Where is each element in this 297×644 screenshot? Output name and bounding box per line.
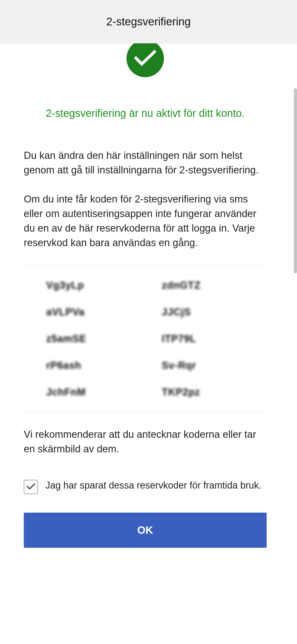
recommend-text: Vi rekommenderar att du antecknar kodern… bbox=[24, 427, 267, 456]
success-check-badge bbox=[126, 43, 164, 77]
backup-codes-section: Vg3yLp aVLPVa z5amSE rP6ash JchFnM zdnGT… bbox=[24, 265, 267, 413]
main-content: 2-stegsverifiering är nu aktivt för ditt… bbox=[0, 43, 290, 561]
backup-code: TKP2pz bbox=[162, 387, 259, 398]
info-paragraph-2: Om du inte får koden för 2-stegsverifier… bbox=[24, 192, 267, 250]
checkbox-check-icon bbox=[26, 483, 35, 491]
backup-code: z5amSE bbox=[46, 333, 143, 344]
backup-code: aVLPVa bbox=[46, 306, 143, 318]
info-paragraph-1: Du kan ändra den här inställningen när s… bbox=[24, 148, 267, 177]
codes-column-left: Vg3yLp aVLPVa z5amSE rP6ash JchFnM bbox=[32, 280, 143, 398]
backup-code: JJCjS bbox=[162, 306, 259, 318]
saved-codes-checkbox[interactable] bbox=[24, 480, 38, 494]
scrollbar[interactable] bbox=[294, 88, 297, 273]
codes-column-right: zdnGTZ JJCjS ITP79L Sv-Rqr TKP2pz bbox=[143, 280, 259, 398]
saved-codes-label: Jag har sparat dessa reservkoder för fra… bbox=[45, 479, 261, 492]
backup-code: Sv-Rqr bbox=[162, 360, 259, 371]
backup-code: zdnGTZ bbox=[162, 280, 259, 291]
content-scroll-area[interactable]: 2-stegsverifiering är nu aktivt för ditt… bbox=[0, 43, 297, 644]
ok-button[interactable]: OK bbox=[24, 513, 267, 548]
saved-codes-row: Jag har sparat dessa reservkoder för fra… bbox=[24, 479, 267, 494]
backup-code: ITP79L bbox=[162, 333, 259, 344]
page-title: 2-stegsverifiering bbox=[106, 15, 191, 28]
success-headline: 2-stegsverifiering är nu aktivt för ditt… bbox=[24, 107, 267, 119]
backup-code: Vg3yLp bbox=[46, 280, 143, 291]
header-bar: 2-stegsverifiering bbox=[0, 0, 297, 43]
backup-code: JchFnM bbox=[46, 387, 143, 398]
backup-code: rP6ash bbox=[46, 360, 143, 371]
check-icon bbox=[134, 50, 156, 67]
